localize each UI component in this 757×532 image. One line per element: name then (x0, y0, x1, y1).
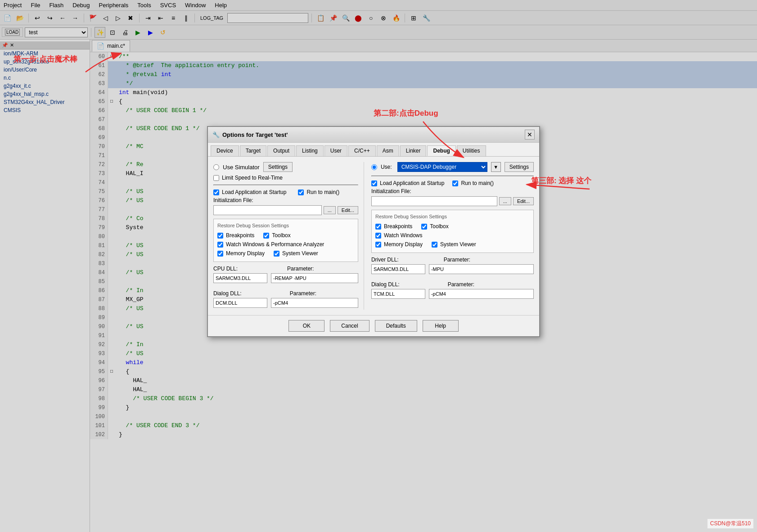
radio-simulator[interactable] (213, 164, 219, 170)
init-file-section-right: Initialization File: ... Edit... (371, 188, 534, 206)
dialog-dll-row (213, 298, 358, 308)
cb-breakpoints-right[interactable] (375, 224, 381, 230)
init-file-input-left[interactable] (213, 205, 322, 215)
dialog-dll-input[interactable] (213, 298, 267, 308)
debugger-dropdown-btn[interactable]: ▼ (491, 162, 501, 172)
dialog-body: Use Simulator Settings Limit Speed to Re… (208, 157, 539, 315)
debugger-settings-btn[interactable]: Settings (505, 162, 534, 172)
driver-dll-row (371, 264, 534, 274)
watch-windows-label-right: Watch Windows (384, 232, 423, 239)
tab-device[interactable]: Device (211, 145, 239, 156)
init-file-edit-left[interactable]: Edit... (338, 206, 358, 214)
driver-dll-input[interactable] (371, 264, 425, 274)
cpu-dll-label: CPU DLL: (213, 266, 238, 272)
divider-1 (213, 185, 358, 185)
run-to-main-label-left: Run to main() (306, 189, 339, 195)
tab-debug[interactable]: Debug (427, 145, 455, 156)
dialog-dll-section: Dialog DLL: Parameter: (213, 290, 358, 308)
restore-section-left: Restore Debug Session Settings Breakpoin… (213, 219, 358, 262)
restore-row3-left: Memory Display System Viewer (217, 249, 354, 258)
use-label: Use: (381, 164, 392, 170)
dialog-dll-label-right: Dialog DLL: (371, 281, 400, 288)
simulator-settings-btn[interactable]: Settings (263, 162, 293, 172)
restore-row3-right: Memory Display System Viewer (375, 240, 530, 249)
cpu-param-input[interactable] (271, 273, 358, 283)
init-file-input-right[interactable] (371, 196, 497, 206)
toolbox-label-left: Toolbox (272, 232, 290, 239)
cb-run-to-main-right[interactable] (452, 180, 458, 186)
debugger-select[interactable]: CMSIS-DAP Debugger (397, 162, 487, 172)
init-file-section-left: Initialization File: ... Edit... (213, 197, 358, 215)
simulator-label: Use Simulator (223, 164, 260, 171)
cb-limit-speed[interactable] (213, 175, 219, 181)
cb-memory-display-right[interactable] (375, 242, 381, 248)
dialog-dll-labels-right: Dialog DLL: Parameter: (371, 281, 534, 288)
tab-cc[interactable]: C/C++ (348, 145, 376, 156)
cancel-button[interactable]: Cancel (330, 320, 369, 332)
dialog-title-label: Options for Target 'test' (222, 131, 288, 138)
dialog-param-input-right[interactable] (429, 289, 534, 299)
watch-windows-label-left: Watch Windows & Performance Analyzer (226, 241, 324, 248)
cb-watch-windows-left[interactable] (217, 242, 223, 248)
limit-speed-row: Limit Speed to Real-Time (213, 175, 358, 181)
radio-use-debugger[interactable] (371, 164, 377, 170)
defaults-button[interactable]: Defaults (375, 320, 417, 332)
help-button[interactable]: Help (423, 320, 459, 332)
cb-run-to-main-left[interactable] (298, 189, 304, 195)
run-to-main-label-right: Run to main() (461, 180, 494, 186)
init-file-browse-left[interactable]: ... (324, 206, 336, 214)
tab-utilities[interactable]: Utilities (457, 145, 486, 156)
tab-output[interactable]: Output (267, 145, 295, 156)
cb-watch-windows-right-row: Watch Windows (375, 232, 530, 239)
driver-dll-label: Driver DLL: (371, 257, 399, 263)
memory-display-label-right: Memory Display (384, 241, 423, 248)
cb-system-viewer-left[interactable] (274, 251, 279, 257)
cb-memory-display-right-row: Memory Display (375, 241, 423, 248)
cb-toolbox-left[interactable] (263, 233, 269, 239)
cb-system-viewer-right[interactable] (432, 242, 437, 248)
dialog-buttons: OK Cancel Defaults Help (208, 315, 539, 336)
cb-load-app-right[interactable] (371, 180, 377, 186)
driver-param-input[interactable] (429, 264, 534, 274)
cb-watch-windows-left-row: Watch Windows & Performance Analyzer (217, 241, 354, 248)
load-app-label-left: Load Application at Startup (222, 189, 286, 195)
debugger-row: Use: CMSIS-DAP Debugger ▼ Settings (371, 162, 534, 172)
divider-2 (371, 176, 534, 176)
tab-linker[interactable]: Linker (400, 145, 427, 156)
restore-row1-right: Breakpoints Toolbox (375, 222, 530, 231)
cb-toolbox-right[interactable] (421, 224, 427, 230)
tab-listing[interactable]: Listing (296, 145, 324, 156)
tab-target[interactable]: Target (240, 145, 266, 156)
cb-breakpoints-left[interactable] (217, 233, 223, 239)
dialog-dll-param-label: Parameter: (290, 290, 316, 297)
init-file-edit-right[interactable]: Edit... (513, 197, 534, 205)
dialog-overlay: 🔧 Options for Target 'test' ✕ Device Tar… (0, 0, 757, 532)
cpu-dll-input[interactable] (213, 273, 267, 283)
dialog-tab-bar: Device Target Output Listing User C/C++ … (208, 143, 539, 157)
driver-dll-param-label: Parameter: (444, 257, 470, 263)
toolbox-label-right: Toolbox (430, 223, 448, 230)
cb-load-app-left[interactable] (213, 189, 219, 195)
cpu-dll-param-label: Parameter: (287, 266, 314, 272)
cb-memory-display-left[interactable] (217, 251, 223, 257)
dialog-param-input[interactable] (271, 298, 358, 308)
dialog-dll-labels: Dialog DLL: Parameter: (213, 290, 358, 297)
cpu-dll-row (213, 273, 358, 283)
cb-breakpoints-left-row: Breakpoints (217, 232, 254, 239)
cb-system-viewer-right-row: System Viewer (432, 241, 476, 248)
init-file-row-left: ... Edit... (213, 205, 358, 215)
watermark: CSDN@常温510 (707, 519, 753, 528)
cb-watch-windows-right[interactable] (375, 233, 381, 239)
load-app-row-left: Load Application at Startup Run to main(… (213, 189, 358, 195)
load-app-row-right: Load Application at Startup Run to main(… (371, 180, 534, 186)
cb-toolbox-left-row: Toolbox (263, 232, 290, 239)
tab-user[interactable]: User (324, 145, 347, 156)
tab-asm[interactable]: Asm (377, 145, 399, 156)
ok-button[interactable]: OK (288, 320, 324, 332)
cb-breakpoints-right-row: Breakpoints (375, 223, 412, 230)
dialog-dll-section-right: Dialog DLL: Parameter: (371, 281, 534, 299)
dialog-close-btn[interactable]: ✕ (525, 130, 535, 140)
restore-row1-left: Breakpoints Toolbox (217, 231, 354, 240)
dialog-dll-input-right[interactable] (371, 289, 425, 299)
init-file-browse-right[interactable]: ... (499, 197, 511, 205)
